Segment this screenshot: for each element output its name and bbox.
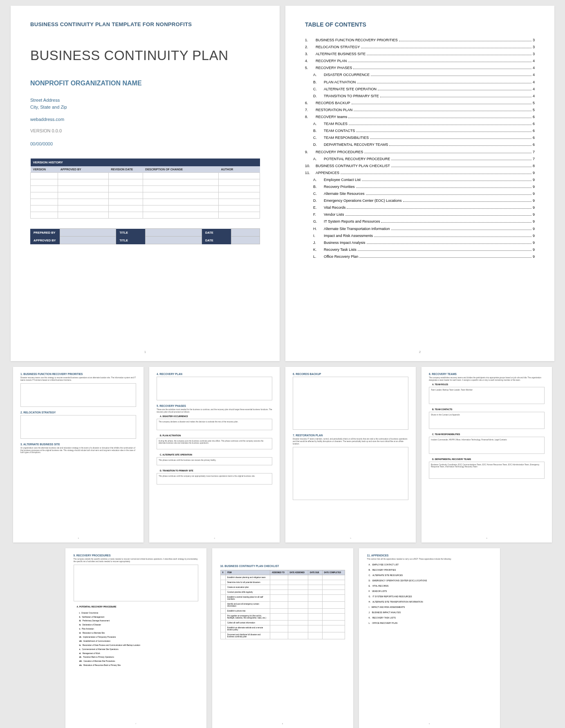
toc-item[interactable]: D.DEPARTMENTAL RECOVERY TEAMS6 (305, 141, 535, 148)
toc-num: D. (313, 197, 324, 204)
sec-5c-text: This phase continues until the business … (159, 459, 216, 461)
sec-4-box[interactable] (157, 377, 272, 400)
toc-item[interactable]: B.Recovery Priorities9 (305, 183, 535, 190)
toc-item[interactable]: C.TEAM RESPONSIBILITIES6 (305, 134, 535, 141)
procedure-step: Relocation to Alternate Site (79, 631, 198, 635)
sec-6-box[interactable] (293, 377, 408, 430)
vh-row[interactable] (31, 179, 260, 186)
toc-item[interactable]: E.Vital Records9 (305, 204, 535, 211)
chk-row[interactable]: Put together an emergency kit (first aid… (220, 614, 345, 621)
procedure-step: Establishment of Communication (79, 639, 198, 643)
toc-dots (362, 181, 531, 181)
chk-item: Establish a phone tree (225, 609, 270, 614)
toc-dots (345, 215, 531, 216)
toc-item[interactable]: 6.RECORDS BACKUP5 (305, 100, 535, 107)
toc-item[interactable]: G.IT System Reports and Resources9 (305, 218, 535, 225)
toc-dots (374, 237, 531, 237)
appendix-list: EMPLOYEE CONTACT LISTRECOVERY PRIORITIES… (369, 562, 492, 626)
toc-item[interactable]: 3.ALTERNATE BUSINESS SITE3 (305, 51, 535, 58)
chk-row[interactable]: Collect all staff contact information (220, 621, 345, 625)
sec-7-box[interactable] (293, 447, 408, 500)
sec-5c-box[interactable]: This phase continues until the business … (157, 457, 272, 465)
toc-item[interactable]: 4.RECOVERY PLAN4 (305, 58, 535, 65)
sec-8c-text: Incident Commander, HR/PR Officer, Infor… (431, 439, 507, 441)
prepared-by-field[interactable] (60, 229, 116, 237)
toc-item[interactable]: C.Alternate Site Resources9 (305, 190, 535, 197)
toc-item[interactable]: A.POTENTIAL RECOVERY PROCEDURE7 (305, 156, 535, 163)
vh-row[interactable] (31, 199, 260, 205)
chk-row[interactable]: Conduct practice drills regularly (220, 590, 345, 595)
chk-row[interactable]: Establish an alternate website and a rem… (220, 625, 345, 632)
toc-item[interactable]: B.TEAM CONTACTS6 (305, 127, 535, 134)
toc-item[interactable]: 11.APPENDICES9 (305, 170, 535, 176)
vh-row[interactable] (31, 192, 260, 199)
date-field[interactable] (231, 229, 260, 237)
toc-dots (391, 160, 531, 160)
toc-item[interactable]: H.Alternate Site Transportation Informat… (305, 226, 535, 232)
sec-8d-box[interactable]: Business Continuity Coordinator, EOC Com… (429, 462, 545, 479)
sec-8c-box[interactable]: Incident Commander, HR/PR Officer, Infor… (429, 437, 545, 454)
sec-8b-box[interactable]: Shown in the Contact List Appendix (429, 412, 545, 429)
sec-5b-box[interactable]: During this phase, the company puts the … (157, 438, 272, 449)
chk-col: ASSIGNED TO (270, 570, 288, 575)
chk-col: ITEM (225, 570, 270, 575)
toc-page: 9 (533, 197, 535, 204)
toc-num: 6. (305, 100, 316, 107)
toc-item[interactable]: 8.RECOVERY teams6 (305, 114, 535, 121)
toc-item[interactable]: C.ALTERNATE SITE OPERATION4 (305, 86, 535, 93)
vh-row[interactable] (31, 205, 260, 212)
sec-1-box[interactable] (20, 383, 136, 407)
toc-item[interactable]: 1.BUSINESS FUNCTION RECOVERY PRIORITIES3 (305, 37, 535, 44)
toc-dots (367, 55, 531, 55)
chk-row[interactable]: Document and distribute full disaster an… (220, 632, 345, 639)
chk-row[interactable]: Determine risks for all potential disast… (220, 580, 345, 585)
toc-item[interactable]: A.TEAM ROLES6 (305, 121, 535, 127)
chk-item: Collect all staff contact information (225, 621, 270, 625)
vh-row[interactable] (31, 212, 260, 219)
sec-9-box[interactable] (74, 565, 198, 601)
toc-num: 3. (305, 51, 316, 58)
vh-title: VERSION HISTORY (31, 159, 260, 166)
chk-row[interactable]: Establish a phone tree (220, 609, 345, 614)
toc-item[interactable]: A.Employee Contact List9 (305, 176, 535, 183)
toc-item[interactable]: B.PLAN ACTIVATION4 (305, 79, 535, 86)
toc-item[interactable]: 7.RESTORATION PLAN5 (305, 107, 535, 114)
sec-5d-box[interactable]: This phase continues until the company c… (157, 473, 272, 485)
approved-by-field[interactable] (60, 237, 116, 244)
sec-8-heading: 8. RECOVERY TEAMS (429, 373, 545, 375)
appendix-item: IMPACT AND RISK ASSESSMENTS (369, 605, 492, 610)
sec-5a-box[interactable]: The company declares a disaster and make… (157, 419, 272, 430)
sec-2-box[interactable] (20, 415, 136, 439)
vh-row[interactable] (31, 186, 260, 192)
toc-title: TABLE OF CONTENTS (305, 21, 535, 28)
toc-item[interactable]: D.Emergency Operations Center (EOC) Loca… (305, 197, 535, 204)
sec-8a-text: Team Leader, Backup Team Leader, Team Me… (431, 389, 473, 391)
toc-item[interactable]: 5.RECOVERY PHASES4 (305, 65, 535, 71)
vh-row[interactable] (31, 173, 260, 179)
chk-row[interactable]: Identify and post all emergency contact … (220, 602, 345, 609)
toc-num: C. (313, 190, 324, 197)
toc-num: I. (313, 232, 324, 239)
chk-row[interactable]: Establish a central meeting place for al… (220, 595, 345, 602)
toc-item[interactable]: D.TRANSITION TO PRIMARY SITE4 (305, 93, 535, 100)
toc-item[interactable]: I.Impact and Risk Assessments9 (305, 232, 535, 239)
title-field[interactable] (146, 229, 202, 237)
toc-item[interactable]: 10.BUSINESS CONTINUITY PLAN CHECKLIST8 (305, 163, 535, 170)
sec-8d-text: Business Continuity Coordinator, EOC Com… (431, 464, 539, 468)
sec-8a-box[interactable]: Team Leader, Backup Team Leader, Team Me… (429, 387, 545, 404)
toc-item[interactable]: 2.RELOCATION STRATEGY3 (305, 44, 535, 51)
appendix-item: VENDOR LISTS (369, 589, 492, 594)
date-field-2[interactable] (231, 237, 260, 244)
chk-row[interactable]: Establish disaster planning and mitigati… (220, 575, 345, 580)
toc-item[interactable]: A.DISASTER OCCURRENCE4 (305, 71, 535, 78)
toc-item[interactable]: K.Recovery Task Lists9 (305, 246, 535, 253)
toc-item[interactable]: 9.RECOVERY PROCEDURES7 (305, 149, 535, 156)
toc-item[interactable]: L.Office Recovery Plan9 (305, 253, 535, 260)
web-address: webaddress.com (30, 117, 260, 122)
toc-item[interactable]: J.Business Impact Analysis9 (305, 239, 535, 246)
toc-item[interactable]: F.Vendor Lists9 (305, 211, 535, 218)
procedure-step: Transition Back to Primary Operations (79, 655, 198, 659)
title-field-2[interactable] (146, 237, 202, 244)
page-number: 7 (135, 723, 136, 725)
chk-row[interactable]: Create an evacuation plan (220, 585, 345, 590)
